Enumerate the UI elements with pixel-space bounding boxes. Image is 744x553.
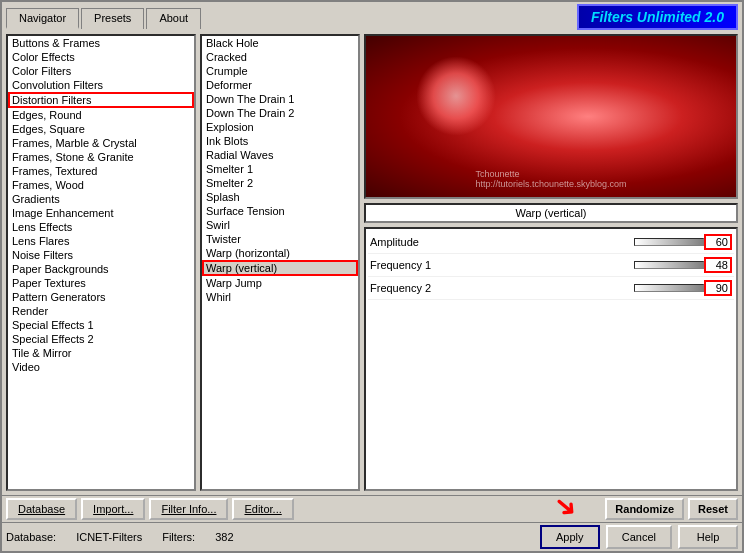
left-panel-item-12[interactable]: Image Enhancement (8, 206, 194, 220)
action-bar: Database Import... Filter Info... Editor… (2, 495, 742, 522)
param-slider-0[interactable] (634, 238, 704, 246)
filter-name-display: Warp (vertical) (364, 203, 738, 223)
param-row-0: Amplitude60 (368, 231, 734, 254)
middle-panel-item-1[interactable]: Cracked (202, 50, 358, 64)
bottom-buttons: Apply Cancel Help (540, 525, 738, 549)
left-panel-item-15[interactable]: Noise Filters (8, 248, 194, 262)
param-value-1: 48 (704, 257, 732, 273)
database-value: ICNET-Filters (76, 531, 142, 543)
tabs-container: Navigator Presets About (6, 7, 203, 28)
left-panel-item-0[interactable]: Buttons & Frames (8, 36, 194, 50)
middle-panel-item-16[interactable]: Warp (vertical) (202, 260, 358, 276)
left-panel-item-20[interactable]: Special Effects 1 (8, 318, 194, 332)
param-label-1: Frequency 1 (370, 259, 634, 271)
preview-image: Tchounette http://tutoriels.tchounette.s… (364, 34, 738, 199)
left-panel-item-3[interactable]: Convolution Filters (8, 78, 194, 92)
logo-area: Filters Unlimited 2.0 (577, 4, 738, 30)
param-value-0: 60 (704, 234, 732, 250)
middle-panel-item-5[interactable]: Down The Drain 2 (202, 106, 358, 120)
left-panel-item-9[interactable]: Frames, Textured (8, 164, 194, 178)
left-panel-item-7[interactable]: Frames, Marble & Crystal (8, 136, 194, 150)
middle-panel-item-10[interactable]: Smelter 2 (202, 176, 358, 190)
database-button[interactable]: Database (6, 498, 77, 520)
middle-panel-item-0[interactable]: Black Hole (202, 36, 358, 50)
left-panel-item-8[interactable]: Frames, Stone & Granite (8, 150, 194, 164)
left-panel-item-23[interactable]: Video (8, 360, 194, 374)
param-slider-1[interactable] (634, 261, 704, 269)
left-panel-item-22[interactable]: Tile & Mirror (8, 346, 194, 360)
param-label-2: Frequency 2 (370, 282, 634, 294)
left-panel-item-11[interactable]: Gradients (8, 192, 194, 206)
help-button[interactable]: Help (678, 525, 738, 549)
left-panel-item-5[interactable]: Edges, Round (8, 108, 194, 122)
left-panel-item-18[interactable]: Pattern Generators (8, 290, 194, 304)
middle-panel-item-2[interactable]: Crumple (202, 64, 358, 78)
database-label: Database: (6, 531, 56, 543)
logo-text: Filters Unlimited 2.0 (591, 9, 724, 25)
middle-panel-item-15[interactable]: Warp (horizontal) (202, 246, 358, 260)
middle-panel-item-7[interactable]: Ink Blots (202, 134, 358, 148)
left-panel[interactable]: Buttons & FramesColor EffectsColor Filte… (6, 34, 196, 491)
middle-panel-item-18[interactable]: Whirl (202, 290, 358, 304)
middle-panel-item-4[interactable]: Down The Drain 1 (202, 92, 358, 106)
middle-panel-item-6[interactable]: Explosion (202, 120, 358, 134)
bottom-row: Database: ICNET-Filters Filters: 382 ➜ A… (2, 522, 742, 551)
tab-presets[interactable]: Presets (81, 8, 144, 29)
middle-panel-item-11[interactable]: Splash (202, 190, 358, 204)
middle-panel-item-12[interactable]: Surface Tension (202, 204, 358, 218)
param-value-2: 90 (704, 280, 732, 296)
reset-button[interactable]: Reset (688, 498, 738, 520)
left-panel-item-6[interactable]: Edges, Square (8, 122, 194, 136)
status-bar: Database: ICNET-Filters Filters: 382 (6, 531, 540, 543)
left-panel-item-13[interactable]: Lens Effects (8, 220, 194, 234)
param-row-1: Frequency 148 (368, 254, 734, 277)
param-slider-2[interactable] (634, 284, 704, 292)
editor-button[interactable]: Editor... (232, 498, 293, 520)
filter-info-button[interactable]: Filter Info... (149, 498, 228, 520)
param-label-0: Amplitude (370, 236, 634, 248)
cancel-button[interactable]: Cancel (606, 525, 672, 549)
params-area: Amplitude60Frequency 148Frequency 290 (364, 227, 738, 491)
left-panel-item-4[interactable]: Distortion Filters (8, 92, 194, 108)
param-row-2: Frequency 290 (368, 277, 734, 300)
middle-panel[interactable]: Black HoleCrackedCrumpleDeformerDown The… (200, 34, 360, 491)
left-panel-item-10[interactable]: Frames, Wood (8, 178, 194, 192)
left-panel-item-21[interactable]: Special Effects 2 (8, 332, 194, 346)
left-panel-item-16[interactable]: Paper Backgrounds (8, 262, 194, 276)
tab-navigator[interactable]: Navigator (6, 8, 79, 29)
left-panel-item-17[interactable]: Paper Textures (8, 276, 194, 290)
panels-row: Buttons & FramesColor EffectsColor Filte… (2, 30, 742, 495)
left-panel-item-19[interactable]: Render (8, 304, 194, 318)
middle-panel-item-9[interactable]: Smelter 1 (202, 162, 358, 176)
import-button[interactable]: Import... (81, 498, 145, 520)
middle-panel-item-13[interactable]: Swirl (202, 218, 358, 232)
filters-label: Filters: (162, 531, 195, 543)
left-panel-item-14[interactable]: Lens Flares (8, 234, 194, 248)
main-window: Navigator Presets About Filters Unlimite… (0, 0, 744, 553)
left-panel-item-1[interactable]: Color Effects (8, 50, 194, 64)
tab-header-row: Navigator Presets About Filters Unlimite… (2, 2, 742, 30)
watermark: Tchounette http://tutoriels.tchounette.s… (475, 169, 626, 189)
right-panel: Tchounette http://tutoriels.tchounette.s… (364, 34, 738, 491)
apply-button[interactable]: Apply (540, 525, 600, 549)
middle-panel-item-14[interactable]: Twister (202, 232, 358, 246)
middle-panel-item-3[interactable]: Deformer (202, 78, 358, 92)
filters-value: 382 (215, 531, 233, 543)
middle-panel-item-17[interactable]: Warp Jump (202, 276, 358, 290)
randomize-button[interactable]: Randomize (605, 498, 684, 520)
left-panel-item-2[interactable]: Color Filters (8, 64, 194, 78)
tab-about[interactable]: About (146, 8, 201, 29)
middle-panel-item-8[interactable]: Radial Waves (202, 148, 358, 162)
